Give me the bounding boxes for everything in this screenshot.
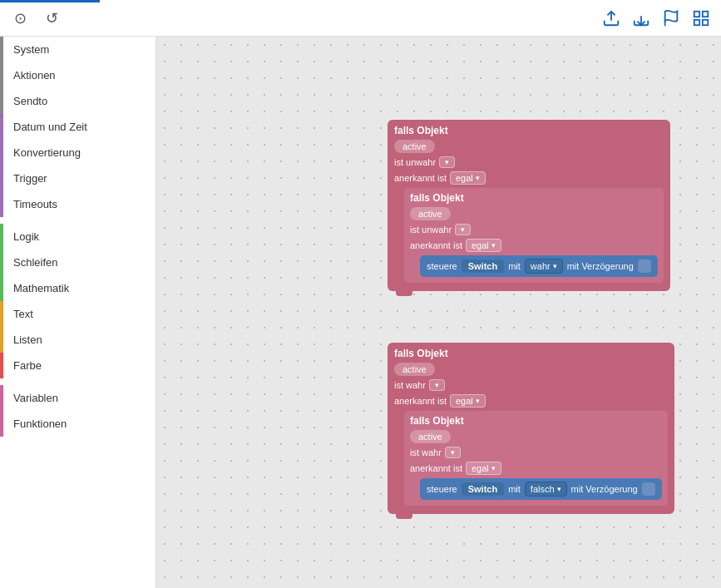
block-falls-1: falls Objekt active ist unwahr anerkannt… (388, 120, 670, 291)
export-icon[interactable] (600, 7, 623, 30)
block2-inner-header: falls Objekt (410, 415, 662, 427)
svg-rect-5 (694, 19, 699, 24)
block2-header: falls Objekt (394, 348, 668, 359)
block-falls-2: falls Objekt active ist wahr anerkannt i… (388, 343, 674, 514)
block1-inner-cond-dropdown[interactable] (455, 224, 471, 235)
sidebar-item-trigger[interactable]: Trigger (0, 166, 156, 191)
block1-inner-anerkannt-label: anerkannt ist (410, 240, 462, 250)
block2-inner-cond-label: ist wahr (410, 447, 442, 457)
toolbar: ⊙ ↺ (0, 0, 721, 37)
sidebar-item-funktionen[interactable]: Funktionen (0, 411, 156, 437)
block1-steuere-value[interactable]: wahr (525, 259, 563, 274)
block1-anerkannt-row: anerkannt ist egal (394, 171, 664, 185)
block2-steuere-name: Switch (462, 482, 504, 496)
blocks-icon[interactable] (689, 7, 713, 30)
sidebar-divider-2 (0, 378, 156, 385)
canvas[interactable]: falls Objekt active ist unwahr anerkannt… (156, 37, 721, 588)
sidebar-item-konvertierung[interactable]: Konvertierung (0, 140, 156, 166)
svg-rect-6 (703, 19, 708, 24)
block1-steuere-prefix: steuere (427, 261, 457, 271)
sidebar-item-listen[interactable]: Listen (0, 327, 156, 353)
block1-inner-header: falls Objekt (410, 192, 658, 204)
block2-condition-dropdown[interactable] (429, 379, 445, 391)
sidebar-item-mathematik[interactable]: Mathematik (0, 275, 156, 301)
sidebar-item-system[interactable]: System (0, 37, 156, 62)
block-group-2: falls Objekt active ist wahr anerkannt i… (388, 343, 674, 519)
block-group-1: falls Objekt active ist unwahr anerkannt… (388, 120, 670, 296)
block1-inner-anerkannt-row: anerkannt ist egal (410, 239, 658, 252)
sidebar-item-timeouts[interactable]: Timeouts (0, 191, 156, 217)
toolbar-right (600, 7, 713, 30)
block2-inner-cond-dropdown[interactable] (445, 447, 461, 458)
sidebar-divider-1 (0, 217, 156, 224)
block2-inner-condition-row: ist wahr (410, 447, 662, 458)
block1-steuere-mit: mit (508, 261, 521, 271)
sidebar-item-logik[interactable]: Logik (0, 224, 156, 250)
block1-steuere-name: Switch (462, 259, 504, 273)
crosshair-icon[interactable]: ⊙ (8, 7, 32, 30)
block2-condition-label: ist wahr (394, 380, 426, 390)
block2-anerkannt-label: anerkannt ist (394, 396, 447, 406)
sidebar-item-datum[interactable]: Datum und Zeit (0, 114, 156, 140)
sidebar-item-text[interactable]: Text (0, 301, 156, 327)
block1-steuere-suffix: mit Verzögerung (567, 261, 634, 271)
block2-steuere-mit: mit (508, 484, 521, 494)
block2-anerkannt-row: anerkannt ist egal (394, 394, 668, 408)
block2-pill: active (394, 363, 435, 376)
block2-delay-box[interactable] (642, 482, 655, 496)
block-inner-2: falls Objekt active ist wahr anerkannt i… (404, 411, 668, 506)
block2-steuere-suffix: mit Verzögerung (571, 484, 638, 494)
block2-anerkannt-dropdown[interactable]: egal (450, 394, 486, 408)
sidebar-item-sendto[interactable]: Sendto (0, 88, 156, 114)
flag-icon[interactable] (659, 7, 683, 30)
main-layout: System Aktionen Sendto Datum und Zeit Ko… (0, 37, 721, 588)
sidebar-item-farbe[interactable]: Farbe (0, 353, 156, 378)
block1-inner-pill: active (410, 207, 451, 220)
block2-steuere: steuere Switch mit falsch mit Verzögerun… (420, 478, 662, 500)
block2-inner-pill: active (410, 430, 451, 443)
block2-steuere-prefix: steuere (427, 484, 457, 494)
block1-inner-condition-row: ist unwahr (410, 224, 658, 235)
import-icon[interactable] (630, 7, 653, 30)
svg-rect-4 (703, 11, 708, 16)
sidebar: System Aktionen Sendto Datum und Zeit Ko… (0, 37, 156, 588)
svg-rect-3 (694, 11, 699, 16)
block2-inner-anerkannt-label: anerkannt ist (410, 463, 462, 473)
block1-inner-cond-label: ist unwahr (410, 225, 452, 235)
block1-anerkannt-label: anerkannt ist (394, 173, 447, 183)
block1-inner-anerkannt-dropdown[interactable]: egal (466, 239, 501, 252)
block1-pill: active (394, 140, 435, 153)
block2-inner-anerkannt-row: anerkannt ist egal (410, 462, 662, 475)
block-inner-1: falls Objekt active ist unwahr anerkannt… (404, 188, 664, 283)
block1-condition-dropdown[interactable] (439, 156, 455, 168)
block1-anerkannt-dropdown[interactable]: egal (450, 171, 486, 185)
block2-steuere-value[interactable]: falsch (525, 482, 567, 497)
block1-delay-box[interactable] (638, 259, 651, 273)
block1-condition-row: ist unwahr (394, 156, 664, 168)
block2-inner-anerkannt-dropdown[interactable]: egal (466, 462, 501, 475)
refresh-icon[interactable]: ↺ (40, 7, 63, 30)
block1-header: falls Objekt (394, 125, 664, 136)
block1-steuere: steuere Switch mit wahr mit Verzögerung (420, 255, 658, 277)
sidebar-item-variablen[interactable]: Variablen (0, 385, 156, 411)
sidebar-item-aktionen[interactable]: Aktionen (0, 62, 156, 88)
sidebar-item-schleifen[interactable]: Schleifen (0, 250, 156, 275)
block1-condition-label: ist unwahr (394, 157, 436, 167)
block2-condition-row: ist wahr (394, 379, 668, 391)
toolbar-left: ⊙ ↺ (8, 7, 63, 30)
